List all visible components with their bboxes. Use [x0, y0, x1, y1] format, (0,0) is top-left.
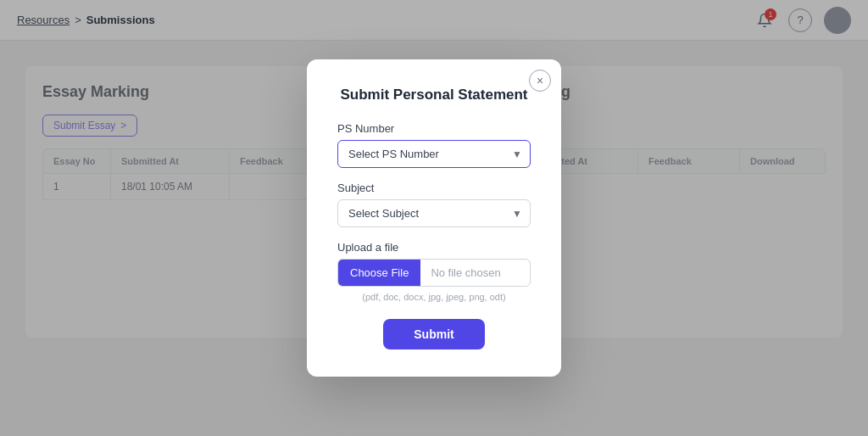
ps-number-label: PS Number	[337, 122, 531, 135]
ps-number-select[interactable]: Select PS Number	[337, 140, 531, 168]
submit-ps-modal: × Submit Personal Statement PS Number Se…	[307, 59, 561, 377]
subject-label: Subject	[337, 182, 531, 194]
modal-title: Submit Personal Statement	[337, 87, 531, 103]
modal-close-button[interactable]: ×	[529, 70, 551, 92]
subject-group: Subject Select Subject ▼	[337, 182, 531, 227]
modal-submit-button[interactable]: Submit	[383, 319, 484, 349]
file-upload-label: Upload a file	[337, 241, 531, 254]
file-upload-group: Upload a file Choose File No file chosen…	[337, 241, 531, 302]
file-name-display: No file chosen	[420, 266, 510, 279]
subject-select-wrapper: Select Subject ▼	[337, 199, 531, 227]
ps-number-group: PS Number Select PS Number ▼	[337, 122, 531, 168]
modal-overlay: × Submit Personal Statement PS Number Se…	[0, 0, 868, 436]
file-hint-text: (pdf, doc, docx, jpg, jpeg, png, odt)	[337, 292, 531, 302]
choose-file-button[interactable]: Choose File	[338, 260, 420, 286]
submit-row: Submit	[337, 319, 531, 349]
ps-number-select-wrapper: Select PS Number ▼	[337, 140, 531, 168]
file-upload-row: Choose File No file chosen	[337, 259, 531, 287]
subject-select[interactable]: Select Subject	[337, 199, 531, 227]
